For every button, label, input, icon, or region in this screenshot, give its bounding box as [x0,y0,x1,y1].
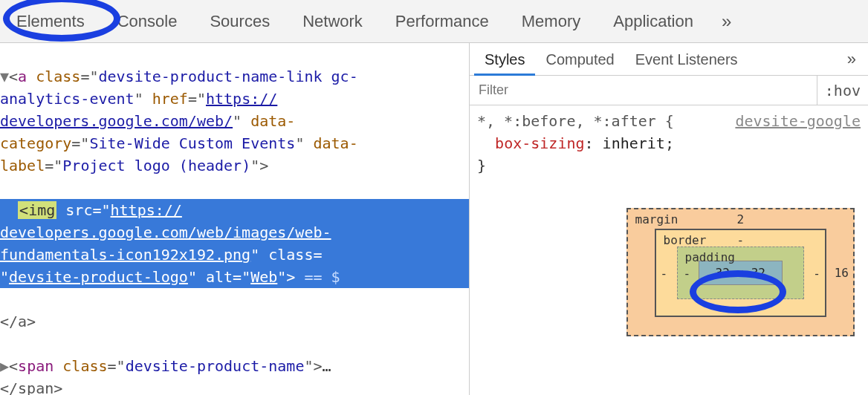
devtools-toolbar: Elements Console Sources Network Perform… [0,0,868,43]
tab-elements[interactable]: Elements [0,0,101,43]
tab-network[interactable]: Network [286,0,379,43]
box-model-border-label: border [664,233,707,247]
subtab-event-listeners[interactable]: Event Listeners [625,43,748,76]
box-model-padding-left: - [684,266,691,280]
styles-filter-input[interactable] [470,76,817,105]
dom-selected-node[interactable]: <img src="https:// developers.google.com… [0,199,469,288]
styles-panel: Styles Computed Event Listeners » :hov *… [470,43,868,395]
tab-sources[interactable]: Sources [193,0,286,43]
subtab-computed[interactable]: Computed [535,43,624,76]
css-rule[interactable]: *, *:before, *:after { box-sizing: inher… [470,105,868,181]
disclosure-triangle-right-icon[interactable]: ▶ [0,357,9,375]
box-model-border-right: - [813,266,820,280]
elements-panel[interactable]: ▼<a class="devsite-product-name-link gc-… [0,43,470,395]
box-model-border-left: - [661,266,668,280]
box-model-margin-label: margin [635,212,678,226]
tab-application[interactable]: Application [597,0,710,43]
main-split: ▼<a class="devsite-product-name-link gc-… [0,43,868,395]
tab-performance[interactable]: Performance [379,0,505,43]
styles-filter-row: :hov [470,76,868,105]
box-model-margin-top: 2 [736,212,744,226]
rule-source-link[interactable]: devsite-google [735,112,861,130]
tab-console[interactable]: Console [101,0,194,43]
subtab-styles[interactable]: Styles [474,43,535,76]
box-model-pane: margin 2 16 border - - - padding - 32 × … [470,181,868,395]
box-model-border-top: - [736,233,744,247]
styles-subtabs: Styles Computed Event Listeners » [470,43,868,76]
dom-tree[interactable]: ▼<a class="devsite-product-name-link gc-… [0,43,469,395]
subtabs-overflow-icon[interactable]: » [835,50,868,69]
box-model-margin-right: 16 [835,265,849,279]
tab-memory[interactable]: Memory [505,0,597,43]
hov-toggle[interactable]: :hov [817,76,868,105]
toolbar-overflow-icon[interactable]: » [710,11,743,32]
box-model-padding-label: padding [685,250,735,264]
disclosure-triangle-down-icon[interactable]: ▼ [0,68,9,85]
box-model[interactable]: margin 2 16 border - - - padding - 32 × … [626,208,855,336]
